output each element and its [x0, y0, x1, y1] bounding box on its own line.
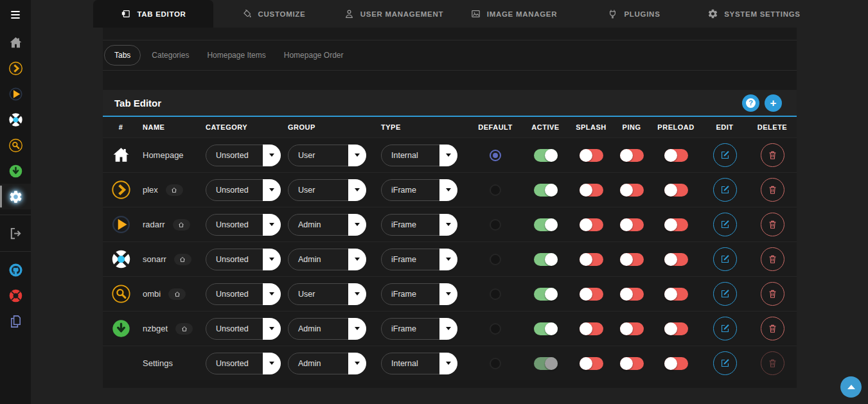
sidebar-item-nzbget[interactable]: [0, 158, 31, 184]
delete-button[interactable]: [761, 143, 784, 167]
preload-toggle[interactable]: [664, 357, 688, 370]
group-select[interactable]: User: [288, 179, 366, 201]
type-select[interactable]: Internal: [381, 353, 457, 374]
ping-toggle[interactable]: [620, 149, 644, 162]
sidebar-item-settings[interactable]: [0, 184, 31, 209]
group-select[interactable]: User: [288, 145, 366, 166]
group-select[interactable]: User: [288, 283, 366, 305]
homepage-badge-button[interactable]: [166, 184, 183, 196]
category-select[interactable]: Unsorted: [206, 249, 281, 270]
active-toggle[interactable]: [534, 288, 558, 301]
tab-tab-editor[interactable]: TAB EDITOR: [93, 0, 213, 28]
ping-toggle[interactable]: [620, 288, 644, 301]
default-radio[interactable]: [490, 254, 501, 265]
default-radio[interactable]: [490, 184, 501, 196]
category-select[interactable]: Unsorted: [206, 179, 281, 201]
subtab-homepage-items[interactable]: Homepage Items: [198, 45, 274, 66]
type-select[interactable]: iFrame: [381, 179, 457, 201]
sidebar-item-github[interactable]: [0, 257, 31, 283]
sidebar-item-logout[interactable]: [0, 220, 31, 246]
default-radio[interactable]: [490, 358, 501, 369]
sidebar-item-support[interactable]: [0, 283, 31, 308]
edit-button[interactable]: [713, 178, 737, 202]
default-radio[interactable]: [490, 150, 501, 161]
edit-button[interactable]: [713, 213, 737, 236]
active-toggle[interactable]: [534, 218, 558, 231]
delete-button[interactable]: [761, 247, 784, 271]
active-toggle[interactable]: [534, 149, 558, 162]
splash-toggle[interactable]: [580, 322, 603, 335]
splash-toggle[interactable]: [580, 218, 603, 231]
sidebar-item-ombi[interactable]: [0, 132, 31, 158]
ping-toggle[interactable]: [620, 184, 644, 197]
subtab-tabs[interactable]: Tabs: [104, 45, 141, 66]
ping-toggle[interactable]: [620, 322, 644, 335]
delete-button[interactable]: [761, 213, 784, 236]
sidebar-item-home[interactable]: [0, 30, 31, 55]
splash-toggle[interactable]: [580, 184, 603, 197]
preload-toggle[interactable]: [664, 322, 688, 335]
edit-button[interactable]: [713, 351, 737, 375]
homepage-badge-button[interactable]: [168, 288, 186, 300]
category-select[interactable]: Unsorted: [206, 318, 281, 340]
subtab-homepage-order[interactable]: Homepage Order: [275, 45, 353, 66]
tab-system-settings[interactable]: SYSTEM SETTINGS: [694, 0, 814, 28]
preload-toggle[interactable]: [664, 149, 688, 162]
group-select[interactable]: Admin: [288, 318, 366, 340]
homepage-badge-button[interactable]: [173, 219, 190, 231]
ping-toggle[interactable]: [620, 357, 644, 370]
splash-toggle[interactable]: [580, 253, 603, 266]
delete-button[interactable]: [761, 317, 784, 340]
edit-button[interactable]: [713, 317, 737, 340]
delete-button[interactable]: [761, 282, 784, 306]
subtab-categories[interactable]: Categories: [143, 45, 198, 66]
type-select[interactable]: iFrame: [381, 318, 457, 340]
default-radio[interactable]: [490, 219, 501, 231]
category-select[interactable]: Unsorted: [206, 214, 281, 236]
ping-toggle[interactable]: [620, 253, 644, 266]
hamburger-menu-button[interactable]: [0, 0, 31, 30]
group-select[interactable]: Admin: [288, 249, 366, 270]
sidebar-item-plex[interactable]: [0, 55, 31, 81]
type-select[interactable]: iFrame: [381, 283, 457, 305]
default-radio[interactable]: [490, 288, 501, 300]
sidebar-item-docs[interactable]: [0, 308, 31, 334]
preload-toggle[interactable]: [664, 253, 688, 266]
splash-toggle[interactable]: [580, 288, 603, 301]
tab-image-manager[interactable]: IMAGE MANAGER: [454, 0, 574, 28]
preload-toggle[interactable]: [664, 218, 688, 231]
add-tab-button[interactable]: +: [765, 94, 782, 112]
group-select[interactable]: Admin: [288, 353, 366, 374]
splash-toggle[interactable]: [580, 149, 603, 162]
type-select[interactable]: iFrame: [381, 214, 457, 236]
active-toggle[interactable]: [534, 184, 558, 197]
category-select[interactable]: Unsorted: [206, 145, 281, 166]
preload-toggle[interactable]: [664, 184, 688, 197]
sidebar-item-radarr[interactable]: [0, 81, 31, 107]
active-toggle[interactable]: [534, 357, 558, 370]
homepage-badge-button[interactable]: [174, 254, 191, 265]
splash-toggle[interactable]: [580, 357, 603, 370]
category-select[interactable]: Unsorted: [206, 353, 281, 374]
default-radio[interactable]: [490, 323, 501, 335]
tab-customize[interactable]: CUSTOMIZE: [213, 0, 333, 28]
tab-plugins[interactable]: PLUGINS: [574, 0, 694, 28]
active-toggle[interactable]: [534, 322, 558, 335]
tab-user-management[interactable]: USER MANAGEMENT: [333, 0, 454, 28]
help-button[interactable]: ?: [742, 94, 759, 112]
active-toggle[interactable]: [534, 253, 558, 266]
edit-button[interactable]: [713, 282, 737, 306]
tab-label: TAB EDITOR: [137, 10, 186, 18]
group-select[interactable]: Admin: [288, 214, 366, 236]
edit-button[interactable]: [713, 247, 737, 271]
sidebar-item-sonarr[interactable]: [0, 107, 31, 132]
ping-toggle[interactable]: [620, 218, 644, 231]
delete-button[interactable]: [761, 178, 784, 202]
edit-button[interactable]: [713, 143, 737, 167]
preload-toggle[interactable]: [664, 288, 688, 301]
type-select[interactable]: Internal: [381, 145, 457, 166]
category-select[interactable]: Unsorted: [206, 283, 281, 305]
scroll-to-top-button[interactable]: [840, 376, 862, 398]
type-select[interactable]: iFrame: [381, 249, 457, 270]
homepage-badge-button[interactable]: [175, 323, 193, 335]
